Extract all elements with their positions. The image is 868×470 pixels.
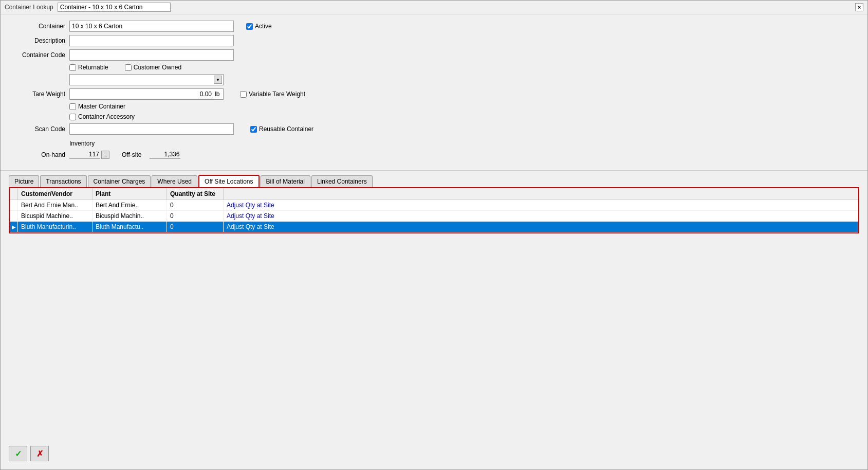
reusable-label: Reusable Container: [259, 125, 313, 133]
scan-code-input[interactable]: [69, 123, 234, 135]
description-input[interactable]: [69, 35, 234, 46]
returnable-label: Returnable: [78, 64, 108, 71]
tab-linked-containers[interactable]: Linked Containers: [311, 175, 373, 187]
ok-button[interactable]: ✓: [9, 446, 27, 461]
container-code-row: Container Code: [9, 49, 859, 61]
variable-tare-group: Variable Tare Weight: [240, 91, 305, 98]
bottom-bar: ✓ ✗: [9, 446, 49, 461]
col-header-plant: Plant: [93, 188, 167, 200]
plant-cell: Bert And Ernie..: [93, 200, 167, 210]
tabs-area: Picture Transactions Container Charges W…: [1, 175, 867, 187]
master-container-row: Master Container: [9, 103, 859, 110]
plant-cell: Bluth Manufactu..: [93, 222, 167, 232]
tab-bill-of-material[interactable]: Bill of Material: [261, 175, 310, 187]
onhand-offsite-row: On-hand ... Off-site: [9, 150, 859, 159]
tare-weight-row: Tare Weight lb Variable Tare Weight: [9, 88, 859, 100]
tab-transactions[interactable]: Transactions: [40, 175, 86, 187]
adjust-qty-link[interactable]: Adjust Qty at Site: [227, 212, 274, 220]
active-label: Active: [255, 23, 272, 30]
form-area: Container Active Description Container C…: [1, 14, 867, 166]
col-header-qty-at-site: Quantity at Site: [167, 188, 224, 200]
row-indicator: ▶: [10, 222, 18, 232]
plant-cell: Bicuspid Machin..: [93, 211, 167, 221]
inventory-section-label: Inventory: [69, 140, 95, 147]
offsite-input[interactable]: [150, 150, 180, 159]
grid-container: Customer/Vendor Plant Quantity at Site B…: [9, 187, 859, 233]
customer-owned-group: Customer Owned: [125, 64, 181, 71]
row-indicator: [10, 211, 18, 221]
master-container-label: Master Container: [78, 103, 125, 110]
reusable-checkbox[interactable]: [250, 126, 257, 133]
col-header-action: [224, 188, 858, 200]
tab-where-used[interactable]: Where Used: [152, 175, 197, 187]
divider: [1, 170, 867, 171]
tare-weight-box: lb: [69, 88, 224, 100]
adjust-qty-link[interactable]: Adjust Qty at Site: [227, 202, 274, 209]
action-cell[interactable]: Adjust Qty at Site: [224, 200, 858, 210]
action-cell[interactable]: Adjust Qty at Site: [224, 222, 858, 232]
qty-cell: 0: [167, 200, 224, 210]
title-input[interactable]: [58, 3, 171, 12]
table-row[interactable]: Bert And Ernie Man.. Bert And Ernie.. 0 …: [10, 200, 858, 211]
returnable-group: Returnable: [69, 64, 108, 71]
col-header-customer-vendor: Customer/Vendor: [18, 188, 93, 200]
onhand-group: ...: [69, 150, 109, 159]
tab-off-site-locations[interactable]: Off Site Locations: [198, 175, 260, 187]
variable-tare-checkbox[interactable]: [240, 91, 247, 98]
col-header-indicator: [10, 188, 18, 200]
dropdown-row: ▼: [9, 74, 859, 85]
title-label: Container Lookup: [5, 4, 53, 11]
container-input[interactable]: [69, 21, 234, 32]
variable-tare-label: Variable Tare Weight: [249, 91, 305, 98]
qty-cell: 0: [167, 211, 224, 221]
tare-weight-input[interactable]: [70, 89, 214, 99]
customer-owned-checkbox[interactable]: [125, 64, 132, 71]
tabs-row: Picture Transactions Container Charges W…: [9, 175, 859, 187]
tab-container-charges[interactable]: Container Charges: [88, 175, 151, 187]
title-bar-left: Container Lookup: [5, 3, 171, 12]
main-window: Container Lookup × Container Active Desc…: [0, 0, 868, 470]
onhand-label: On-hand: [9, 151, 65, 158]
container-accessory-row: Container Accessory: [9, 113, 859, 120]
container-label: Container: [9, 23, 65, 30]
onhand-input[interactable]: [69, 150, 100, 159]
master-container-group: Master Container: [69, 103, 125, 110]
qty-cell: 0: [167, 222, 224, 232]
close-button[interactable]: ×: [855, 3, 863, 11]
container-code-label: Container Code: [9, 51, 65, 59]
dropdown-arrow-icon[interactable]: ▼: [214, 76, 222, 84]
active-checkbox[interactable]: [246, 23, 253, 30]
inventory-row-label: Inventory: [9, 138, 859, 147]
ok-icon: ✓: [15, 449, 22, 459]
customer-owned-label: Customer Owned: [134, 64, 181, 71]
offsite-label: Off-site: [122, 151, 141, 158]
container-accessory-checkbox[interactable]: [69, 114, 76, 120]
dropdown-box[interactable]: ▼: [69, 74, 224, 85]
tare-weight-label: Tare Weight: [9, 91, 65, 98]
checkboxes-row: Returnable Customer Owned: [9, 64, 859, 71]
adjust-qty-link[interactable]: Adjust Qty at Site: [227, 223, 274, 230]
customer-vendor-cell: Bluth Manufacturin..: [18, 222, 93, 232]
cancel-icon: ✗: [36, 449, 43, 459]
title-bar: Container Lookup ×: [1, 1, 867, 14]
cancel-button[interactable]: ✗: [30, 446, 49, 461]
container-row: Container Active: [9, 21, 859, 32]
container-code-input[interactable]: [69, 49, 234, 61]
container-accessory-label: Container Accessory: [78, 113, 135, 120]
table-row[interactable]: Bicuspid Machine.. Bicuspid Machin.. 0 A…: [10, 211, 858, 222]
onhand-ellipsis-button[interactable]: ...: [101, 151, 109, 159]
scan-code-label: Scan Code: [9, 125, 65, 133]
master-container-checkbox[interactable]: [69, 103, 76, 110]
reusable-group: Reusable Container: [250, 125, 313, 133]
tare-weight-unit: lb: [215, 91, 219, 98]
container-accessory-group: Container Accessory: [69, 113, 135, 120]
returnable-checkbox[interactable]: [69, 64, 76, 71]
customer-vendor-cell: Bert And Ernie Man..: [18, 200, 93, 210]
scan-code-row: Scan Code Reusable Container: [9, 123, 859, 135]
description-row: Description: [9, 35, 859, 46]
description-label: Description: [9, 37, 65, 44]
customer-vendor-cell: Bicuspid Machine..: [18, 211, 93, 221]
table-row[interactable]: ▶ Bluth Manufacturin.. Bluth Manufactu..…: [10, 222, 858, 232]
tab-picture[interactable]: Picture: [9, 175, 39, 187]
action-cell[interactable]: Adjust Qty at Site: [224, 211, 858, 221]
